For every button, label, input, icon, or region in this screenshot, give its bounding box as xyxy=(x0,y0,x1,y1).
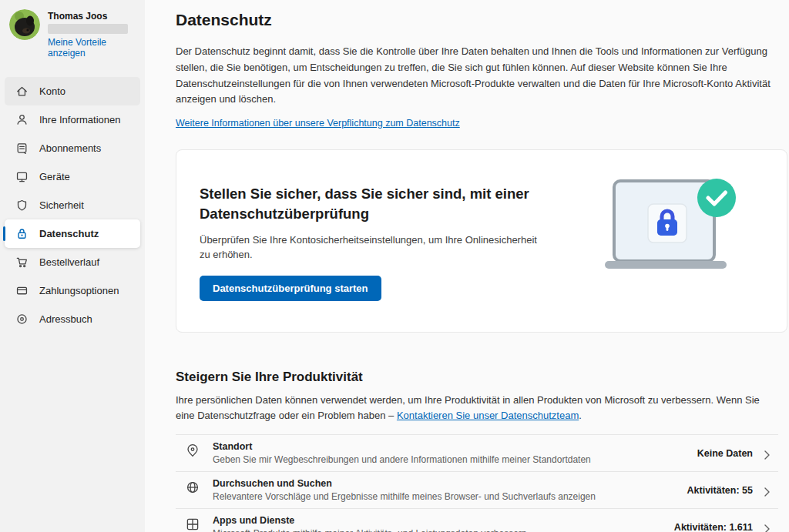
profile-block: Thomas Joos Meine Vorteile anzeigen xyxy=(0,6,145,69)
page-title: Datenschutz xyxy=(176,11,789,29)
sidebar-item-label: Ihre Informationen xyxy=(39,114,121,125)
sidebar-item-bestellverlauf[interactable]: Bestellverlauf xyxy=(5,248,140,276)
productivity-section-title: Steigern Sie Ihre Produktivität xyxy=(176,370,789,385)
checkmark-badge xyxy=(697,179,736,217)
list-item-standort[interactable]: Standort Geben Sie mir Wegbeschreibungen… xyxy=(176,435,778,472)
list-item-apps-und-dienste[interactable]: Apps und Dienste Microsoft-Produkte mith… xyxy=(176,509,778,532)
productivity-text-end: . xyxy=(579,410,582,421)
row-value: Keine Daten xyxy=(697,448,753,459)
payment-card-icon xyxy=(15,284,29,297)
shield-icon xyxy=(15,199,29,212)
sidebar-item-label: Zahlungsoptionen xyxy=(39,285,119,296)
chevron-right-icon xyxy=(764,486,771,495)
subscriptions-icon xyxy=(15,142,29,155)
sidebar-item-label: Datenschutz xyxy=(39,228,99,239)
sidebar-item-label: Konto xyxy=(39,85,65,97)
row-title: Standort xyxy=(213,441,697,452)
lock-icon xyxy=(15,227,29,240)
row-description: Microsoft-Produkte mithilfe meiner Aktiv… xyxy=(213,528,674,532)
home-icon xyxy=(15,85,29,98)
row-description: Relevantere Vorschläge und Ergebnisse mi… xyxy=(213,491,687,502)
avatar[interactable] xyxy=(9,9,40,40)
banner-title: Stellen Sie sicher, dass Sie sicher sind… xyxy=(200,184,531,224)
cart-icon xyxy=(15,256,29,269)
laptop-lock-illustration xyxy=(603,175,742,301)
main-content: Datenschutz Der Datenschutz beginnt dami… xyxy=(145,0,789,532)
profile-name: Thomas Joos xyxy=(48,11,137,22)
sidebar-item-label: Sicherheit xyxy=(39,199,84,211)
row-value: Aktivitäten: 55 xyxy=(687,485,753,496)
row-description: Geben Sie mir Wegbeschreibungen und ande… xyxy=(213,454,697,465)
sidebar-item-label: Bestellverlauf xyxy=(39,256,99,268)
sidebar-item-geraete[interactable]: Geräte xyxy=(5,162,140,191)
banner-body: Überprüfen Sie Ihre Kontosicherheitseins… xyxy=(200,233,539,263)
sidebar-item-sicherheit[interactable]: Sicherheit xyxy=(5,191,140,219)
chevron-right-icon xyxy=(764,523,771,532)
apps-grid-icon xyxy=(185,517,200,532)
sidebar-item-adressbuch[interactable]: Adressbuch xyxy=(5,305,140,333)
privacy-checkup-card: Stellen Sie sicher, dass Sie sicher sind… xyxy=(176,149,787,333)
sidebar: Thomas Joos Meine Vorteile anzeigen Kont… xyxy=(0,0,145,532)
sidebar-nav: Konto Ihre Informationen Abonnements xyxy=(0,77,145,333)
globe-icon xyxy=(185,480,200,495)
start-privacy-checkup-button[interactable]: Datenschutzüberprüfung starten xyxy=(200,276,381,301)
benefits-link[interactable]: Meine Vorteile anzeigen xyxy=(48,37,106,59)
sidebar-item-zahlungsoptionen[interactable]: Zahlungsoptionen xyxy=(5,276,140,305)
row-title: Durchsuchen und Suchen xyxy=(213,478,687,489)
productivity-paragraph: Ihre persönlichen Daten können verwendet… xyxy=(176,393,777,423)
sidebar-item-ihre-informationen[interactable]: Ihre Informationen xyxy=(5,105,140,134)
person-icon xyxy=(15,113,29,126)
sidebar-item-label: Adressbuch xyxy=(39,313,92,325)
row-value: Aktivitäten: 1.611 xyxy=(674,522,753,532)
monitor-icon xyxy=(15,170,29,183)
privacy-commitment-link[interactable]: Weitere Informationen über unsere Verpfl… xyxy=(176,118,460,129)
sidebar-item-abonnements[interactable]: Abonnements xyxy=(5,134,140,162)
row-title: Apps und Dienste xyxy=(213,515,674,526)
location-icon xyxy=(185,443,200,458)
sidebar-item-label: Geräte xyxy=(39,171,70,182)
chevron-right-icon xyxy=(764,449,771,458)
address-pin-icon xyxy=(15,313,29,326)
list-item-durchsuchen-und-suchen[interactable]: Durchsuchen und Suchen Relevantere Vorsc… xyxy=(176,472,778,509)
sidebar-item-datenschutz[interactable]: Datenschutz xyxy=(5,219,140,248)
sidebar-item-label: Abonnements xyxy=(39,142,101,154)
redacted-email xyxy=(48,24,128,34)
intro-paragraph: Der Datenschutz beginnt damit, dass Sie … xyxy=(176,44,787,108)
privacy-settings-list: Standort Geben Sie mir Wegbeschreibungen… xyxy=(176,434,778,532)
sidebar-item-konto[interactable]: Konto xyxy=(5,77,140,105)
contact-privacy-team-link[interactable]: Kontaktieren Sie unser Datenschutzteam xyxy=(397,410,579,421)
